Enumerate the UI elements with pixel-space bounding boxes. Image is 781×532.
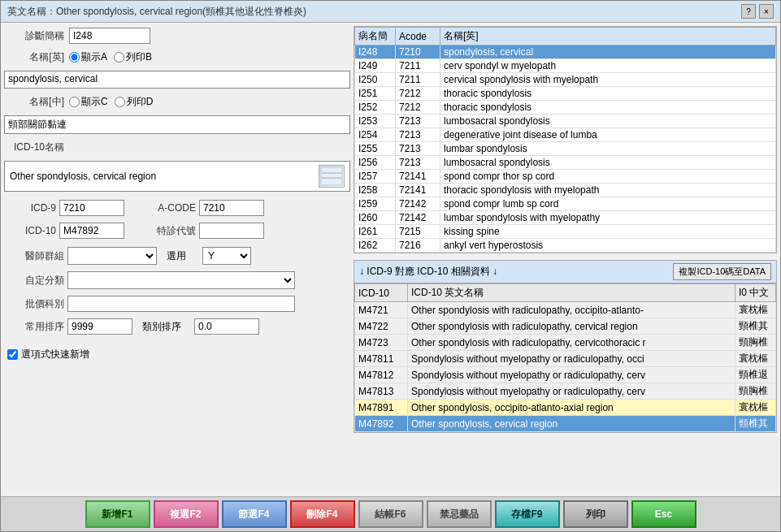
icd10-table-row[interactable]: M4723 Other spondylosis with radiculopat… — [355, 335, 776, 351]
table-row[interactable]: I255 7213 lumbar spondylosis — [355, 142, 776, 156]
charge-cat-row: 批價科別 — [4, 294, 350, 314]
icd9-input[interactable] — [59, 200, 124, 216]
copy-icd10-button[interactable]: 複製ICD-10碼至DATA — [673, 263, 771, 280]
table-row[interactable]: I252 7212 thoracic spondylosis — [355, 101, 776, 115]
cell-acode: 7212 — [396, 87, 440, 101]
table-row[interactable]: I256 7213 lumbosacral spondylosis — [355, 156, 776, 170]
table-row[interactable]: I262 7216 ankyl vert hyperostosis — [355, 239, 776, 253]
icd10-cell-chi: 寰枕樞 — [735, 351, 776, 367]
select-button[interactable]: 節選F4 — [222, 500, 287, 528]
table-row[interactable]: I258 72141 thoracic spondylosis with mye… — [355, 184, 776, 197]
delete-button[interactable]: 刪除F4 — [290, 500, 355, 528]
icd10-cell-name: Spondylosis without myelopathy or radicu… — [408, 367, 735, 383]
special-code-input[interactable] — [199, 223, 264, 239]
cell-code: I254 — [355, 128, 396, 142]
custom-cat-select[interactable] — [67, 271, 295, 289]
select-input[interactable]: Y — [202, 247, 251, 265]
icd10-map-label: ↓ ICD-9 對應 ICD-10 相關資料 ↓ — [359, 265, 497, 279]
table-row[interactable]: I253 7213 lumbosacral spondylosis — [355, 115, 776, 128]
table-row[interactable]: I260 72142 lumbar spondylosis with myelo… — [355, 211, 776, 225]
main-table: 病名簡 Acode 名稱[英] I248 7210 spondylosis, c… — [354, 27, 776, 253]
radio-print-b[interactable] — [114, 52, 124, 63]
doctor-group-select[interactable] — [67, 247, 157, 265]
cell-name: spond compr thor sp cord — [440, 170, 776, 184]
icd10-input[interactable] — [59, 223, 124, 239]
icd10-cell-code: M4723 — [355, 335, 408, 351]
title-controls: ? × — [741, 4, 774, 19]
new-button[interactable]: 新增F1 — [85, 500, 150, 528]
print-button[interactable]: 列印 — [563, 500, 628, 528]
diag-short-input[interactable] — [69, 28, 150, 44]
copy-button[interactable]: 複選F2 — [154, 500, 219, 528]
icd10-cell-code: M47891 — [355, 400, 408, 416]
table-row[interactable]: I250 7211 cervical spondylosis with myel… — [355, 73, 776, 87]
cell-acode: 7211 — [396, 59, 440, 73]
main-content: 診斷簡稱 名稱[英] 顯示A 列印B — [1, 23, 780, 496]
close-button[interactable]: × — [759, 4, 774, 19]
cell-code: I261 — [355, 225, 396, 239]
radio-print-d[interactable] — [115, 97, 125, 107]
cell-name: spondylosis, cervical — [440, 45, 776, 59]
icd10-cell-chi: 頸胸椎 — [735, 383, 776, 400]
icd10-cell-name: Other spondylosis with radiculopathy, ce… — [408, 335, 735, 351]
save-button[interactable]: 存檔F9 — [495, 500, 560, 528]
bottom-bar: 新增F1 複選F2 節選F4 刪除F4 結帳F6 禁忌藥品 存檔F9 列印 Es… — [1, 496, 780, 531]
icd10-table-row[interactable]: M4722 Other spondylosis with radiculopat… — [355, 318, 776, 335]
cell-name: lumbar spondylosis with myelopathy — [440, 211, 776, 225]
diag-short-row: 診斷簡稱 — [4, 26, 350, 45]
cell-code: I256 — [355, 156, 396, 170]
esc-button[interactable]: Esc — [631, 500, 696, 528]
icd9-row: ICD-9 — [7, 198, 124, 218]
cell-name: degenerative joint disease of lumba — [440, 128, 776, 142]
cell-code: I248 — [355, 45, 396, 59]
acode-input[interactable] — [199, 200, 264, 216]
col-header-acode: Acode — [396, 28, 440, 45]
cell-acode: 72141 — [396, 184, 440, 197]
radio-show-a[interactable] — [69, 52, 80, 63]
icd10-table-row[interactable]: M47892 Other spondylosis, cervical regio… — [355, 416, 776, 432]
table-row[interactable]: I259 72142 spond compr lumb sp cord — [355, 197, 776, 211]
icd10-label: ICD-10 — [7, 225, 56, 236]
right-col: A-CODE 特診代號 — [131, 198, 264, 240]
quick-add-checkbox[interactable] — [7, 349, 18, 360]
name-eng-label: 名稱[英] — [7, 50, 64, 64]
radio-show-c[interactable] — [69, 97, 80, 107]
icd10-table-row[interactable]: M47891 Other spondylosis, occipito-atlan… — [355, 400, 776, 416]
icd10-table-row[interactable]: M47813 Spondylosis without myelopathy or… — [355, 383, 776, 400]
cell-code: I257 — [355, 170, 396, 184]
checkbox-label: 選項式快速新增 — [21, 348, 89, 361]
query-button[interactable]: 結帳F6 — [358, 500, 423, 528]
name-chi-display: 頸部關節黏連 — [4, 115, 350, 134]
help-button[interactable]: ? — [741, 4, 756, 19]
sort-input[interactable] — [67, 318, 132, 335]
table-row[interactable]: I248 7210 spondylosis, cervical — [355, 45, 776, 59]
icd10-cell-name: Other spondylosis with radiculopathy, oc… — [408, 302, 735, 318]
diag-short-label: 診斷簡稱 — [7, 29, 64, 43]
icd10-cell-chi: 頸胸椎 — [735, 335, 776, 351]
table-row[interactable]: I261 7215 kissing spine — [355, 225, 776, 239]
cell-acode: 7213 — [396, 142, 440, 156]
cell-code: I250 — [355, 73, 396, 87]
radio-show-c-item: 顯示C — [69, 95, 108, 109]
charge-cat-input[interactable] — [67, 296, 295, 312]
icd10-cell-chi: 寰枕樞 — [735, 400, 776, 416]
icd10-table-row[interactable]: M4721 Other spondylosis with radiculopat… — [355, 302, 776, 318]
cell-acode: 7211 — [396, 73, 440, 87]
icd10-cell-name: Spondylosis without myelopathy or radicu… — [408, 351, 735, 367]
icd10-table-row[interactable]: M47811 Spondylosis without myelopathy or… — [355, 351, 776, 367]
cell-acode: 72142 — [396, 197, 440, 211]
table-row[interactable]: I251 7212 thoracic spondylosis — [355, 87, 776, 101]
icd10-cell-name: Spondylosis without myelopathy or radicu… — [408, 383, 735, 400]
top-table-container[interactable]: 病名簡 Acode 名稱[英] I248 7210 spondylosis, c… — [354, 26, 777, 253]
icd10-table-container[interactable]: ICD-10 ICD-10 英文名稱 I0 中文 M4721 Other spo… — [354, 283, 776, 432]
banned-button[interactable]: 禁忌藥品 — [427, 500, 492, 528]
table-row[interactable]: I257 72141 spond compr thor sp cord — [355, 170, 776, 184]
cell-code: I252 — [355, 101, 396, 115]
type-sort-input[interactable] — [194, 318, 259, 335]
table-row[interactable]: I249 7211 cerv spondyl w myelopath — [355, 59, 776, 73]
icd10-table-row[interactable]: M47812 Spondylosis without myelopathy or… — [355, 367, 776, 383]
icd10-row: ICD-10 — [7, 221, 124, 240]
table-row[interactable]: I254 7213 degenerative joint disease of … — [355, 128, 776, 142]
cell-code: I249 — [355, 59, 396, 73]
name-chi-row: 名稱[中] 顯示C 列印D — [4, 93, 350, 110]
